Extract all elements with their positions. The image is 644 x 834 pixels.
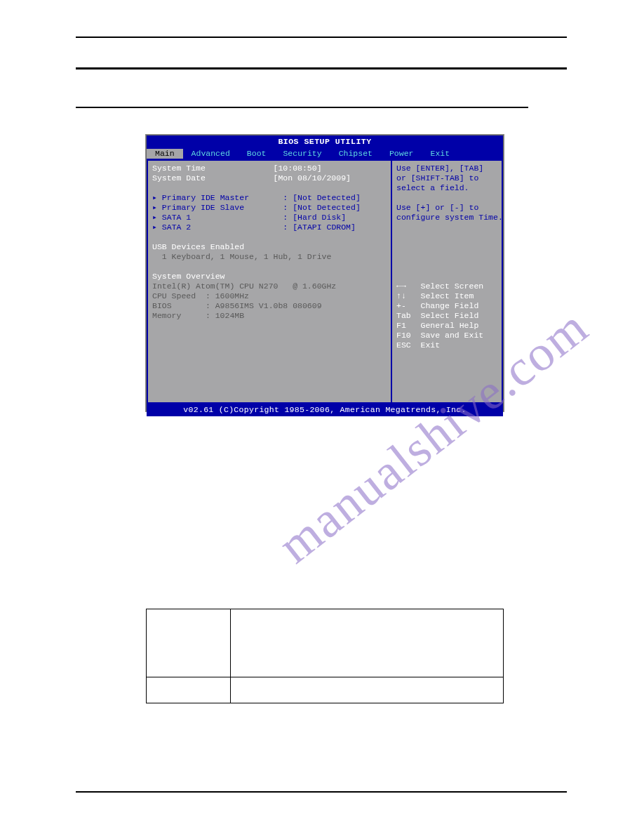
para-heading: System Date bbox=[76, 473, 532, 484]
para-heading: System Time bbox=[76, 431, 532, 442]
bios-menu-power[interactable]: Power bbox=[381, 149, 422, 159]
nav-line: ←→ Select Screen bbox=[396, 282, 483, 291]
bios-menu-chipset[interactable]: Chipset bbox=[330, 149, 381, 159]
nav-line: F1 General Help bbox=[396, 321, 478, 330]
bios-menu-main[interactable]: Main bbox=[147, 149, 183, 159]
table-cell-desc: Enabling LBA causes Logical Block Addres… bbox=[231, 677, 504, 703]
bios-main-panel: System Time [10:08:50] System Date [Mon … bbox=[147, 159, 391, 404]
table-desc-line: You can use [Manual] to define your own … bbox=[236, 626, 497, 635]
nav-line: Tab Select Field bbox=[396, 311, 478, 320]
table-cell-desc: Press PgUp/<+> or PgDn/<-> to select [Ma… bbox=[231, 609, 504, 677]
table-desc-line: Press PgUp/<+> or PgDn/<-> to select [Ma… bbox=[236, 614, 497, 622]
help-line: configure system Time. bbox=[396, 213, 497, 223]
settings-table: [Type] Press PgUp/<+> or PgDn/<-> to sel… bbox=[146, 609, 504, 703]
bios-copyright: v02.61 (C)Copyright 1985-2006, American … bbox=[147, 404, 503, 416]
sata1-label[interactable]: SATA 1 bbox=[162, 213, 191, 222]
sys-overview-heading: System Overview bbox=[152, 272, 225, 281]
table-cell-key: [LBA/Large Mode] bbox=[147, 677, 231, 703]
help-line: select a field. bbox=[396, 183, 497, 193]
nav-line: F10 Save and Exit bbox=[396, 331, 483, 340]
pide-slave-label[interactable]: Primary IDE Slave bbox=[162, 203, 244, 212]
memory-line: Memory : 1024MB bbox=[152, 311, 244, 320]
bios-help-panel: Use [ENTER], [TAB] or [SHIFT-TAB] to sel… bbox=[391, 159, 503, 404]
section-title: Main bbox=[76, 87, 108, 103]
system-time-para: System Time This setting allows you to s… bbox=[76, 431, 532, 455]
sys-date-label[interactable]: System Date bbox=[152, 173, 206, 183]
pide-master-label[interactable]: Primary IDE Master bbox=[162, 193, 249, 202]
bios-version-line: BIOS : A9856IMS V1.0b8 080609 bbox=[152, 301, 322, 310]
para-body: This setting allows you to set the syste… bbox=[76, 444, 427, 454]
para-heading: Primary IDE Master/Slave, SATA 1, SATA 2 bbox=[76, 515, 532, 527]
table-cell-key: [Type] bbox=[147, 609, 231, 677]
nav-line: ↑↓ Select Item bbox=[396, 291, 474, 300]
cpu-speed-line: CPU Speed : 1600MHz bbox=[152, 291, 249, 300]
sys-time-label[interactable]: System Time bbox=[152, 164, 206, 173]
sys-time-value[interactable]: [10:08:50] bbox=[274, 164, 322, 173]
bios-menu-bar[interactable]: Main Advanced Boot Security Chipset Powe… bbox=[147, 148, 503, 159]
sata2-value: [ATAPI CDROM] bbox=[293, 223, 356, 232]
pide-slave-value: [Not Detected] bbox=[293, 203, 361, 212]
nav-line: +- Change Field bbox=[396, 301, 478, 310]
bios-menu-boot[interactable]: Boot bbox=[239, 149, 275, 159]
bios-menu-exit[interactable]: Exit bbox=[422, 149, 458, 159]
sata1-value: [Hard Disk] bbox=[293, 213, 346, 222]
ide-sata-para: Primary IDE Master/Slave, SATA 1, SATA 2 bbox=[76, 515, 532, 528]
pide-master-value: [Not Detected] bbox=[293, 193, 361, 202]
table-desc-line: Note that the specifications of your dri… bbox=[236, 639, 496, 673]
bios-menu-security[interactable]: Security bbox=[274, 149, 330, 159]
sata2-label[interactable]: SATA 2 bbox=[162, 223, 191, 232]
bios-screenshot: BIOS SETUP UTILITY Main Advanced Boot Se… bbox=[146, 135, 504, 411]
table-row: [Type] Press PgUp/<+> or PgDn/<-> to sel… bbox=[147, 609, 504, 677]
usb-devices-line: 1 Keyboard, 1 Mouse, 1 Hub, 1 Drive bbox=[152, 252, 331, 261]
table-row: [LBA/Large Mode] Enabling LBA causes Log… bbox=[147, 677, 504, 703]
cpu-line: Intel(R) Atom(TM) CPU N270 @ 1.60GHz bbox=[152, 282, 336, 291]
sys-date-value[interactable]: [Mon 08/10/2009] bbox=[274, 173, 351, 183]
page-number: 3-3 bbox=[555, 796, 567, 806]
nav-line: ESC Exit bbox=[396, 340, 440, 350]
help-line: or [SHIFT-TAB] to bbox=[396, 173, 497, 183]
bios-title: BIOS SETUP UTILITY bbox=[147, 135, 503, 148]
help-line: Use [ENTER], [TAB] bbox=[396, 164, 497, 173]
header-label: BIOS Setup bbox=[490, 45, 567, 60]
bios-menu-advanced[interactable]: Advanced bbox=[183, 149, 239, 159]
usb-heading: USB Devices Enabled bbox=[152, 242, 244, 251]
help-line: Use [+] or [-] to bbox=[396, 203, 497, 213]
system-date-para: System Date This setting allows you to s… bbox=[76, 473, 532, 497]
para-body: This setting allows you to set the syste… bbox=[76, 486, 444, 496]
